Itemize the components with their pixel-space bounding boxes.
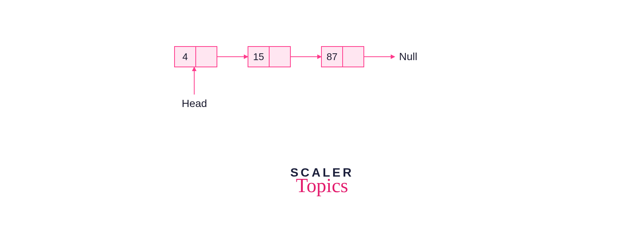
arrow-icon <box>291 56 321 57</box>
arrow-icon <box>217 56 248 57</box>
list-node: 87 <box>321 46 364 67</box>
list-node: 15 <box>248 46 291 67</box>
head-pointer: Head <box>182 67 207 110</box>
brand-logo: SCALER Topics <box>290 166 354 195</box>
node-value: 15 <box>248 47 270 67</box>
null-label: Null <box>399 51 417 63</box>
brand-name-bottom: Topics <box>290 177 354 195</box>
linked-list: 4 15 87 Null <box>174 46 417 67</box>
node-pointer-cell <box>270 47 290 67</box>
node-value: 4 <box>175 47 196 67</box>
arrow-up-icon <box>194 67 195 95</box>
head-label: Head <box>182 98 207 110</box>
list-node: 4 <box>174 46 217 67</box>
diagram-canvas: 4 15 87 Null Head SCALER Topics <box>0 0 644 239</box>
arrow-icon <box>364 56 395 57</box>
node-pointer-cell <box>343 47 363 67</box>
node-pointer-cell <box>196 47 217 67</box>
node-value: 87 <box>322 47 343 67</box>
